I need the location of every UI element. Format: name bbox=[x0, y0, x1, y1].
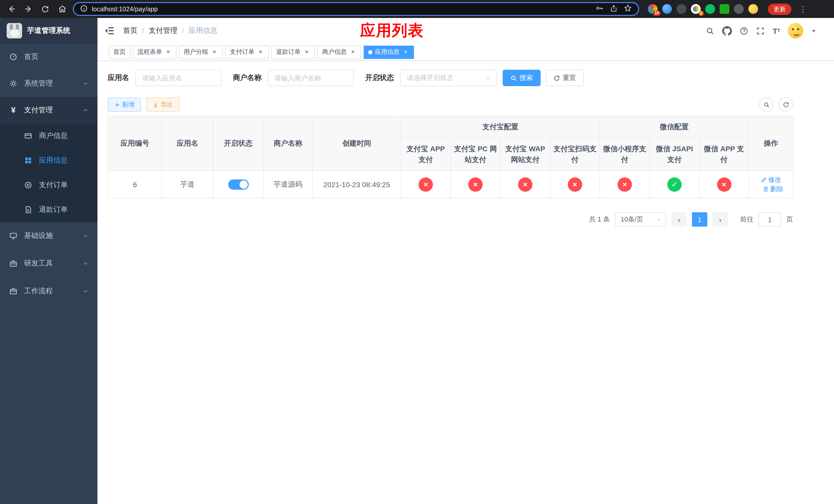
chevron-down-icon[interactable] bbox=[811, 28, 816, 33]
sidebar-item-app-info[interactable]: 应用信息 bbox=[0, 148, 97, 173]
breadcrumb-home[interactable]: 首页 bbox=[123, 26, 137, 36]
sidebar-item-label: 支付订单 bbox=[39, 181, 68, 190]
sidebar-item-devtools[interactable]: 研发工具 bbox=[0, 250, 97, 277]
font-size-icon[interactable]: TT bbox=[773, 27, 780, 35]
github-icon[interactable] bbox=[722, 26, 732, 36]
close-icon[interactable]: × bbox=[402, 48, 409, 55]
refresh-table-button[interactable] bbox=[778, 97, 793, 112]
pagination-total: 共 1 条 bbox=[589, 215, 610, 224]
app-name-label: 应用名 bbox=[108, 73, 129, 83]
close-icon[interactable]: × bbox=[257, 48, 264, 55]
sidebar-item-merchant-info[interactable]: 商户信息 bbox=[0, 123, 97, 148]
breadcrumb-payment[interactable]: 支付管理 bbox=[149, 26, 177, 36]
close-icon[interactable]: × bbox=[211, 48, 218, 55]
chevron-down-icon bbox=[83, 81, 89, 87]
fullscreen-icon[interactable] bbox=[756, 26, 765, 35]
avatar[interactable] bbox=[788, 23, 803, 39]
tab-pay-order[interactable]: 支付订单× bbox=[225, 45, 269, 59]
extension-badge: 1 bbox=[698, 11, 704, 16]
key-icon[interactable] bbox=[595, 4, 604, 14]
share-icon[interactable] bbox=[610, 4, 618, 14]
close-icon[interactable]: × bbox=[164, 48, 172, 55]
download-icon bbox=[153, 102, 158, 108]
search-icon[interactable] bbox=[706, 26, 715, 35]
back-icon[interactable] bbox=[5, 3, 18, 15]
apps-table: 应用编号 应用名 开启状态 商户名称 创建时间 支付宝配置 微信配置 操作 支付… bbox=[108, 116, 793, 199]
add-button[interactable]: 新增 bbox=[108, 97, 141, 112]
status-select[interactable]: 请选择开启状态 bbox=[400, 70, 497, 86]
status-toggle[interactable] bbox=[228, 179, 248, 189]
app-logo-row[interactable]: 芋道管理系统 bbox=[0, 18, 97, 44]
extension-icon[interactable]: 1 bbox=[691, 4, 701, 14]
tab-process-form[interactable]: 流程表单× bbox=[133, 45, 176, 59]
sidebar-item-home[interactable]: 首页 bbox=[0, 44, 97, 70]
browser-update-button[interactable]: 更新 bbox=[768, 3, 791, 15]
export-button[interactable]: 导出 bbox=[146, 97, 179, 112]
page-number-button[interactable]: 1 bbox=[692, 212, 707, 227]
page-title: 应用列表 bbox=[360, 20, 424, 41]
extension-icon[interactable]: 10 bbox=[648, 4, 658, 14]
prev-page-button[interactable]: ‹ bbox=[672, 212, 687, 227]
tab-user-group[interactable]: 用户分组× bbox=[179, 45, 223, 59]
search-button[interactable]: 搜索 bbox=[503, 70, 541, 86]
wx-app-status-icon: × bbox=[717, 177, 731, 191]
col-wx-app: 微信 APP 支付 bbox=[699, 138, 749, 170]
col-created: 创建时间 bbox=[313, 116, 401, 170]
home-icon[interactable] bbox=[56, 3, 68, 15]
page-size-select[interactable]: 10条/页 bbox=[615, 212, 666, 227]
tab-merchant-info[interactable]: 商户信息× bbox=[317, 45, 361, 59]
reset-button[interactable]: 重置 bbox=[546, 70, 584, 86]
col-group-wechat: 微信配置 bbox=[600, 116, 749, 138]
plus-icon bbox=[114, 102, 120, 108]
extension-icon[interactable] bbox=[662, 4, 672, 14]
tab-home[interactable]: 首页 bbox=[109, 45, 130, 59]
refresh-icon[interactable] bbox=[39, 3, 51, 15]
extension-icon[interactable] bbox=[677, 4, 686, 14]
monitor-icon bbox=[9, 232, 18, 240]
breadcrumb-current: 应用信息 bbox=[189, 26, 218, 36]
goto-page-input[interactable] bbox=[759, 212, 781, 227]
sidebar-item-workflow[interactable]: 工作流程 bbox=[0, 277, 97, 305]
breadcrumb-separator: / bbox=[182, 27, 184, 35]
sidebar-item-label: 系统管理 bbox=[24, 79, 53, 88]
site-info-icon[interactable] bbox=[80, 4, 88, 14]
puzzle-extension-icon[interactable] bbox=[734, 4, 744, 14]
bookmark-star-icon[interactable] bbox=[624, 4, 632, 14]
sidebar-item-system[interactable]: 系统管理 bbox=[0, 70, 97, 97]
extension-icon[interactable] bbox=[720, 4, 729, 14]
edit-button[interactable]: 修改 bbox=[761, 175, 782, 184]
gear-icon bbox=[9, 79, 18, 88]
active-dot bbox=[368, 50, 372, 54]
address-bar[interactable]: localhost:1024/pay/app bbox=[73, 2, 639, 16]
search-icon bbox=[510, 75, 517, 81]
tab-refund-order[interactable]: 退款订单× bbox=[271, 45, 315, 59]
app-title: 芋道管理系统 bbox=[27, 26, 70, 36]
chevron-down-icon bbox=[485, 75, 491, 81]
app-name-input[interactable] bbox=[135, 70, 222, 86]
profile-avatar-icon[interactable] bbox=[748, 4, 758, 14]
sidebar-item-label: 研发工具 bbox=[24, 259, 53, 268]
forward-icon[interactable] bbox=[22, 3, 35, 15]
delete-button[interactable]: 删除 bbox=[763, 184, 784, 193]
chevron-down-icon bbox=[83, 288, 89, 294]
sidebar-item-payment[interactable]: ¥ 支付管理 bbox=[0, 97, 97, 123]
extension-icon[interactable] bbox=[705, 4, 715, 14]
merchant-name-input[interactable] bbox=[268, 70, 354, 86]
alipay-app-status-icon: × bbox=[419, 177, 433, 191]
sidebar-item-infra[interactable]: 基础设施 bbox=[0, 222, 97, 250]
refresh-icon bbox=[553, 75, 560, 81]
sidebar-item-refund-order[interactable]: 退款订单 bbox=[0, 198, 97, 222]
next-page-button[interactable]: › bbox=[712, 212, 728, 227]
tab-app-info[interactable]: 应用信息× bbox=[364, 45, 414, 59]
screen: localhost:1024/pay/app 10 1 bbox=[0, 0, 834, 504]
close-icon[interactable]: × bbox=[349, 48, 356, 55]
help-icon[interactable] bbox=[740, 26, 749, 35]
chevron-up-icon bbox=[83, 107, 89, 113]
browser-toolbar: localhost:1024/pay/app 10 1 bbox=[0, 0, 834, 18]
browser-menu-icon[interactable]: ⋮ bbox=[799, 4, 807, 14]
sidebar-item-pay-order[interactable]: 支付订单 bbox=[0, 173, 97, 198]
hamburger-icon[interactable] bbox=[105, 26, 115, 36]
close-icon[interactable]: × bbox=[303, 48, 310, 55]
toggle-search-button[interactable] bbox=[759, 97, 773, 112]
refresh-icon bbox=[783, 101, 789, 108]
